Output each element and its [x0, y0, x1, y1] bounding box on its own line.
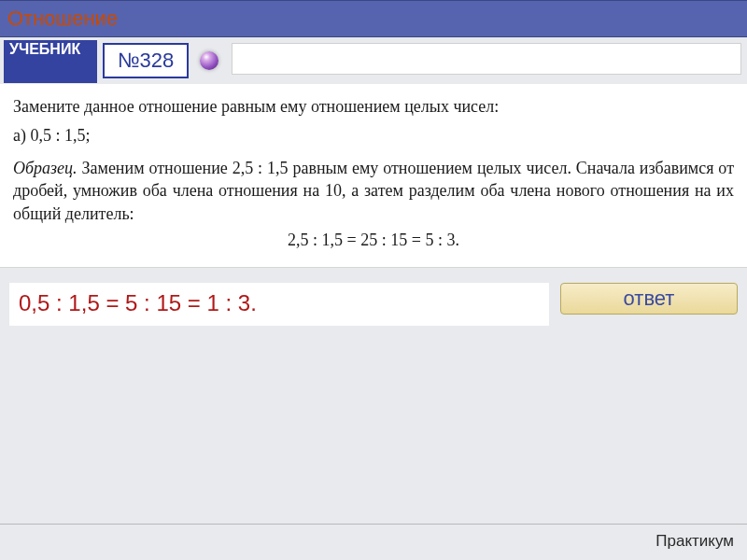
toolbar: УЧЕБНИК №328 — [0, 37, 747, 84]
sample-equation: 2,5 : 1,5 = 25 : 15 = 5 : 3. — [13, 231, 734, 250]
page-title: Отношение — [7, 7, 118, 31]
problem-sample: Образец. Заменим отношение 2,5 : 1,5 рав… — [13, 157, 734, 225]
textbook-badge: УЧЕБНИК — [4, 40, 97, 83]
toolbar-spacer — [232, 43, 741, 75]
footer-label: Практикум — [655, 532, 734, 551]
divider — [0, 524, 747, 525]
sample-rest: Заменим отношение 2,5 : 1,5 равным ему о… — [13, 159, 734, 223]
problem-content: Замените данное отношение равным ему отн… — [0, 84, 747, 268]
answer-row: 0,5 : 1,5 = 5 : 15 = 1 : 3. ответ — [0, 283, 747, 326]
bullet-icon — [200, 51, 218, 70]
answer-text: 0,5 : 1,5 = 5 : 15 = 1 : 3. — [9, 283, 549, 326]
header-bar: Отношение — [0, 0, 747, 37]
problem-item-a: а) 0,5 : 1,5; — [13, 126, 734, 146]
problem-prompt: Замените данное отношение равным ему отн… — [13, 97, 734, 117]
problem-number: №328 — [103, 43, 189, 78]
answer-button[interactable]: ответ — [560, 283, 738, 315]
sample-lead: Образец. — [13, 159, 78, 177]
